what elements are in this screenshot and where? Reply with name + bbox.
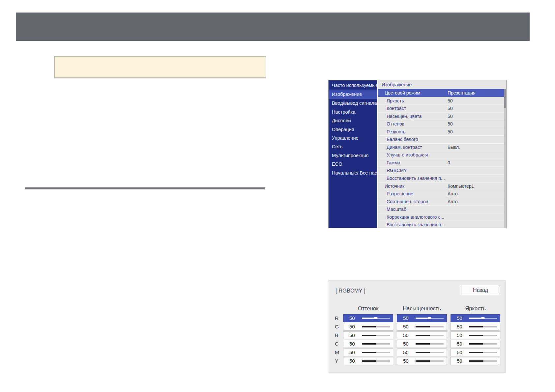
slider-value: 50 [403,315,409,322]
slider-track[interactable] [362,360,390,362]
slider-value: 50 [349,340,355,348]
slider-fill [416,343,430,345]
menu-row[interactable]: Восстановить значения п... [378,174,506,182]
slider-track[interactable] [362,334,390,336]
slider-track[interactable] [469,360,497,362]
rgbcmy-slider-cell[interactable]: 50 [451,331,500,339]
slider-fill [469,335,483,336]
menu-scrollbar[interactable] [504,89,506,228]
rgbcmy-slider-cell[interactable]: 50 [397,349,447,356]
slider-track[interactable] [416,334,444,336]
scrollbar-thumb[interactable] [504,89,506,108]
menu-row[interactable]: Яркость50 [378,97,506,105]
sidebar-item[interactable]: Мультипроекция [329,151,377,160]
sidebar-item[interactable]: Изображение [329,90,377,99]
slider-handle[interactable] [481,317,485,319]
rgbcmy-slider-cell[interactable]: 50 [343,323,393,331]
rgbcmy-slider-cell[interactable]: 50 [343,340,393,348]
sidebar-item-label: Дисплей [332,118,351,123]
slider-track[interactable] [416,326,444,328]
rgbcmy-column-header: Насыщенность [397,305,447,312]
manual-page: Часто используемые ...ИзображениеВвод/вы… [0,0,555,392]
sidebar-item[interactable]: Управление [329,134,377,142]
menu-row[interactable]: Улучш-е изображ-я [378,151,506,159]
rgbcmy-row-letter: M [335,349,339,356]
menu-row-value: Авто [448,190,458,198]
sidebar-item[interactable]: ECO [329,160,377,168]
menu-row[interactable]: Гамма0 [378,159,506,167]
menu-row-label: Яркость [387,97,404,105]
menu-row[interactable]: Баланс белого [378,135,506,143]
sidebar-item[interactable]: Часто используемые ... [329,81,377,90]
slider-handle[interactable] [427,317,431,319]
rgbcmy-slider-cell[interactable]: 50 [343,357,393,365]
rgbcmy-slider-cell[interactable]: 50 [397,323,447,331]
slider-rest [376,360,390,362]
sidebar-item[interactable]: Сеть [329,142,377,151]
menu-row[interactable]: РазрешениеАвто [378,190,506,198]
rgbcmy-slider-cell[interactable]: 50 [451,349,500,356]
sidebar-item[interactable]: Ввод/вывод сигнала [329,99,377,107]
slider-track[interactable] [362,343,390,345]
slider-rest [430,343,444,345]
menu-row[interactable]: RGBCMY [378,166,506,174]
rgbcmy-slider-cell[interactable]: 50 [397,340,447,348]
menu-row-label: Восстановить значения п... [387,175,445,182]
rgbcmy-slider-cell[interactable]: 50 [451,340,500,348]
menu-sidebar: Часто используемые ...ИзображениеВвод/вы… [329,80,377,228]
slider-track[interactable] [416,360,444,362]
slider-track[interactable] [416,317,444,319]
menu-row[interactable]: Оттенок50 [378,120,506,128]
menu-row[interactable]: Восстановить значения п... [378,221,506,228]
rgbcmy-slider-cell[interactable]: 50 [343,314,393,322]
sidebar-item[interactable]: Настройка [329,108,377,116]
rgbcmy-slider-cell[interactable]: 50 [343,331,393,339]
sidebar-item[interactable]: Операция [329,125,377,134]
slider-rest [430,352,444,353]
rgbcmy-slider-cell[interactable]: 50 [451,314,500,322]
rgbcmy-slider-cell[interactable]: 50 [451,323,500,331]
slider-fill [469,352,483,353]
menu-row[interactable]: Коррекция аналогового с... [378,213,506,221]
menu-row-label: Разрешение [387,190,413,198]
slider-track[interactable] [362,351,390,353]
slider-handle[interactable] [374,317,378,319]
slider-value: 50 [403,323,409,330]
menu-row[interactable]: Насыщен. цвета50 [378,112,506,120]
sidebar-item-label: Настройка [332,109,355,115]
slider-track[interactable] [469,351,497,353]
slider-track[interactable] [362,326,390,328]
rgbcmy-slider-cell[interactable]: 50 [397,331,447,339]
rgbcmy-slider-cell[interactable]: 50 [397,314,447,322]
sidebar-item-label: Сеть [332,144,342,149]
slider-track[interactable] [469,326,497,328]
menu-row-value: Компьютер1 [448,182,474,190]
menu-row[interactable]: Соотношен. сторонАвто [378,198,506,206]
slider-value: 50 [403,349,409,356]
slider-track[interactable] [469,343,497,345]
menu-row[interactable]: Резкость50 [378,128,506,136]
back-button[interactable]: Назад [461,285,500,295]
sidebar-item[interactable]: Начальные/ Все наст... [329,169,377,177]
slider-rest [483,352,497,353]
sidebar-item[interactable]: Дисплей [329,116,377,125]
slider-track[interactable] [416,351,444,353]
slider-track[interactable] [416,343,444,345]
slider-rest [483,335,497,336]
slider-track[interactable] [469,334,497,336]
menu-row[interactable]: Масштаб [378,205,506,213]
menu-content: Изображение Цветовой режимПрезентацияЯрк… [377,80,506,228]
rgbcmy-slider-cell[interactable]: 50 [397,357,447,365]
rgbcmy-slider-cell[interactable]: 50 [451,357,500,365]
slider-track[interactable] [469,317,497,319]
menu-row[interactable]: Цветовой режимПрезентация [378,89,506,97]
menu-row[interactable]: ИсточникКомпьютер1 [378,182,506,190]
slider-track[interactable] [362,317,390,319]
rgbcmy-slider-cell[interactable]: 50 [343,349,393,356]
slider-fill [362,352,376,353]
slider-fill [416,318,427,319]
menu-row[interactable]: Динам. контрастВыкл. [378,143,506,151]
menu-row[interactable]: Контраст50 [378,104,506,112]
slider-rest [376,335,390,336]
rgbcmy-row: C505050 [329,340,505,348]
